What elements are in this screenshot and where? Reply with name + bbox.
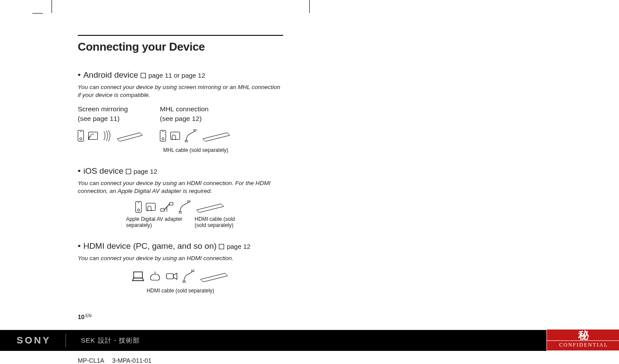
- svg-rect-24: [192, 270, 194, 271]
- page-number: 10EN: [78, 313, 91, 320]
- hdmi-title: HDMI device (PC, game, and so on): [83, 241, 217, 251]
- phone-icon: [135, 201, 142, 213]
- cable-icon: [178, 200, 190, 213]
- svg-point-0: [88, 139, 89, 140]
- svg-rect-23: [183, 281, 185, 283]
- svg-marker-25: [201, 273, 228, 282]
- svg-marker-1: [117, 133, 142, 141]
- mhl-title: MHL connection: [160, 105, 208, 113]
- svg-line-27: [225, 273, 228, 276]
- bullet-icon: •: [78, 166, 81, 175]
- hdmi-caption: HDMI cable (sold separately): [147, 288, 214, 294]
- ios-desc: You can connect your device by using an …: [78, 179, 283, 195]
- confidential-stamp: 秘 CONFIDENTIAL: [546, 329, 619, 351]
- svg-line-17: [221, 204, 224, 206]
- mhl-sub: (see page 12): [160, 115, 202, 122]
- av-adapter-icon: [160, 202, 174, 212]
- brand-logo: SONY: [17, 335, 51, 346]
- section-hdmi: •HDMI device (PC, game, and so on) page …: [78, 241, 283, 294]
- cast-touch-icon: [146, 203, 156, 211]
- bullet-icon: •: [78, 70, 81, 79]
- svg-marker-6: [203, 133, 230, 141]
- projector-icon: [199, 271, 229, 282]
- footer-dept: SEK 設計・技術部: [81, 337, 139, 345]
- phone-icon: [160, 130, 166, 141]
- svg-marker-22: [173, 273, 177, 279]
- page-title: Connecting your Device: [78, 35, 283, 54]
- projector-icon: [115, 130, 144, 141]
- svg-rect-13: [179, 212, 181, 213]
- gamepad-icon: [149, 271, 161, 281]
- android-desc: You can connect your device by using scr…: [78, 83, 283, 99]
- camcorder-icon: [166, 272, 178, 281]
- svg-rect-5: [194, 129, 196, 131]
- laptop-icon: [131, 271, 145, 282]
- svg-marker-15: [197, 204, 224, 213]
- projector-icon: [195, 201, 225, 213]
- ios-hdmi-caption: HDMI cable (sold (sold separately): [195, 216, 235, 228]
- svg-line-8: [227, 133, 230, 135]
- svg-rect-4: [185, 141, 187, 142]
- svg-rect-9: [169, 203, 173, 205]
- mhl-caption: MHL cable (sold separately): [160, 147, 232, 153]
- crop-mark-short: [32, 13, 43, 14]
- footer-separator: [66, 334, 66, 347]
- svg-line-2: [117, 139, 120, 141]
- cable-icon: [182, 270, 194, 283]
- svg-line-3: [140, 133, 142, 135]
- hdmi-pageref: page 12: [227, 243, 250, 250]
- projector-icon: [201, 130, 232, 141]
- footer-bar: SONY SEK 設計・技術部: [0, 330, 619, 351]
- pageref-box-icon: [141, 73, 146, 78]
- svg-rect-18: [134, 272, 142, 278]
- bullet-icon: •: [78, 241, 81, 251]
- pageref-box-icon: [219, 244, 224, 249]
- cable-icon: [184, 129, 197, 142]
- android-pageref: page 11 or page 12: [149, 72, 205, 79]
- section-ios: •iOS device page 12 You can connect your…: [78, 166, 283, 228]
- pageref-box-icon: [126, 169, 131, 174]
- hdmi-diagram: [131, 268, 229, 285]
- svg-rect-14: [188, 200, 190, 202]
- doc-id: MP-CL1A3-MPA-011-01: [78, 357, 152, 364]
- android-title: Android device: [83, 70, 138, 79]
- crop-marks: [0, 0, 619, 13]
- screen-mirroring-diagram: [78, 127, 144, 144]
- svg-line-16: [197, 210, 199, 213]
- wireless-icon: [102, 130, 111, 141]
- screen-mirroring-sub: (see page 11): [78, 115, 120, 122]
- ios-diagram: [135, 200, 225, 213]
- section-android: •Android device page 11 or page 12 You c…: [78, 70, 283, 153]
- ios-pageref: page 12: [134, 168, 157, 175]
- svg-rect-21: [166, 274, 173, 279]
- cast-icon: [88, 132, 98, 140]
- mhl-diagram: [160, 127, 232, 144]
- svg-rect-10: [161, 209, 164, 211]
- svg-marker-19: [132, 278, 144, 281]
- phone-icon: [78, 130, 84, 141]
- cast-touch-icon: [170, 132, 180, 140]
- ios-adapter-caption: Apple Digital AV adapter separately): [126, 216, 182, 228]
- svg-line-26: [201, 279, 203, 282]
- screen-mirroring-title: Screen mirroring: [78, 105, 128, 113]
- svg-line-7: [203, 139, 205, 141]
- ios-title: iOS device: [83, 166, 124, 175]
- hdmi-desc: You can connect your device by using an …: [78, 254, 283, 262]
